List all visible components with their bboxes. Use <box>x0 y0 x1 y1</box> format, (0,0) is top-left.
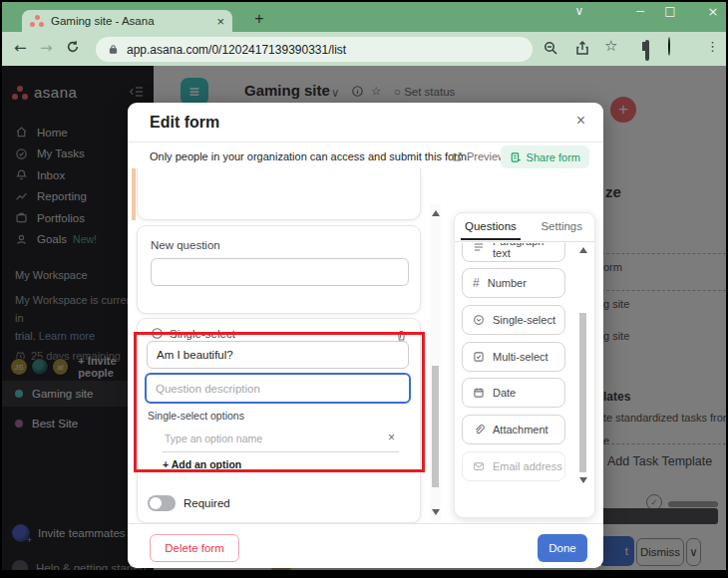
profile-avatar[interactable] <box>668 38 670 56</box>
field-type-single-select[interactable]: Single-select <box>462 305 565 335</box>
question-description-input[interactable] <box>145 373 411 404</box>
screenshot-frame: Gaming site - Asana × + ∨ − □ × ← → app.… <box>0 0 728 578</box>
number-icon: # <box>473 276 480 290</box>
question-list-scrollbar[interactable] <box>430 204 441 521</box>
option-row: Type an option name × <box>163 426 399 452</box>
side-panel-icon[interactable] <box>645 42 649 60</box>
new-question-input[interactable] <box>151 258 409 286</box>
maximize-icon[interactable]: □ <box>661 4 679 18</box>
scroll-down-icon[interactable] <box>432 509 440 515</box>
field-type-paragraph[interactable]: Paragraph text <box>462 243 565 262</box>
paragraph-icon <box>473 243 485 253</box>
options-label: Single-select options <box>148 410 244 422</box>
new-question-card: New question <box>137 225 421 314</box>
menu-icon[interactable]: ⋮ <box>706 39 719 54</box>
field-type-number[interactable]: # Number <box>462 268 565 298</box>
tab-questions[interactable]: Questions <box>465 220 517 232</box>
lock-icon <box>108 43 119 56</box>
form-title-card-bottom <box>137 168 421 220</box>
zoom-icon[interactable] <box>543 40 558 60</box>
done-button[interactable]: Done <box>538 534 587 562</box>
close-window-icon[interactable]: × <box>704 4 722 19</box>
share-form-button[interactable]: Share form <box>501 145 589 168</box>
field-type-date[interactable]: Date <box>462 378 565 408</box>
tab-title: Gaming site - Asana <box>51 15 210 27</box>
share-icon[interactable] <box>574 40 590 60</box>
modal-footer: Delete form Done <box>128 523 603 568</box>
required-label: Required <box>183 497 230 509</box>
new-question-label: New question <box>151 239 220 251</box>
attachment-icon <box>473 424 485 435</box>
asana-app: asana Home My Tasks Inbox <box>2 66 726 570</box>
tab-close-icon[interactable]: × <box>216 15 224 28</box>
modal-body: New question Single-select Single-select… <box>128 168 603 523</box>
panel-scrollbar[interactable] <box>577 243 588 489</box>
add-option-button[interactable]: + Add an option <box>163 458 241 470</box>
bookmark-star-icon[interactable]: ☆ <box>604 37 617 55</box>
form-banner-edge <box>132 168 136 220</box>
scrollbar-thumb[interactable] <box>432 366 439 487</box>
email-icon <box>473 460 485 472</box>
preview-button[interactable]: Preview <box>452 150 506 162</box>
field-type-attachment[interactable]: Attachment <box>462 415 565 444</box>
question-type-header: Single-select <box>151 327 235 340</box>
new-tab-icon[interactable]: + <box>249 10 269 28</box>
modal-title: Edit form <box>150 114 219 132</box>
field-types-panel: Questions Settings Paragraph text # Numb… <box>454 212 595 518</box>
browser-window: Gaming site - Asana × + ∨ − □ × ← → app.… <box>2 2 726 570</box>
reload-icon[interactable] <box>66 40 80 58</box>
scroll-down-icon[interactable] <box>579 477 587 483</box>
remove-option-icon[interactable]: × <box>388 431 395 444</box>
modal-info-row: Only people in your organization can acc… <box>128 143 603 168</box>
question-title-input[interactable] <box>147 341 409 369</box>
external-link-icon <box>452 151 463 162</box>
edit-form-modal: Edit form × Only people in your organiza… <box>128 103 603 568</box>
access-note: Only people in your organization can acc… <box>150 150 470 162</box>
required-toggle[interactable] <box>148 495 176 511</box>
minimize-icon[interactable]: − <box>631 4 649 18</box>
modal-close-icon[interactable]: × <box>576 112 585 130</box>
form-icon <box>510 151 522 163</box>
url-text: app.asana.com/0/1202417139390331/list <box>127 43 346 57</box>
tab-settings[interactable]: Settings <box>541 220 582 232</box>
address-bar[interactable]: app.asana.com/0/1202417139390331/list <box>96 37 533 62</box>
tab-strip: Gaming site - Asana × + ∨ − □ × <box>2 2 726 32</box>
back-icon[interactable]: ← <box>14 39 27 57</box>
field-type-email: Email address <box>462 451 565 481</box>
multi-select-icon <box>473 351 485 363</box>
delete-form-button[interactable]: Delete form <box>150 534 239 562</box>
single-select-icon <box>473 314 485 326</box>
browser-toolbar: ← → app.asana.com/0/1202417139390331/lis… <box>2 32 726 66</box>
scroll-up-icon[interactable] <box>432 210 440 216</box>
field-type-list: Paragraph text # Number Single-select <box>455 243 594 516</box>
modal-header: Edit form × <box>128 103 603 143</box>
chrome-chevron-icon[interactable]: ∨ <box>570 4 588 18</box>
date-icon <box>473 387 485 399</box>
field-type-multi-select[interactable]: Multi-select <box>462 342 565 372</box>
forward-icon[interactable]: → <box>40 39 53 57</box>
scroll-up-icon[interactable] <box>579 247 587 253</box>
asana-favicon <box>30 15 44 27</box>
panel-tabs: Questions Settings <box>455 213 594 242</box>
scrollbar-thumb[interactable] <box>579 313 586 472</box>
single-select-icon <box>151 327 164 340</box>
option-name-input[interactable]: Type an option name <box>165 433 262 444</box>
browser-tab[interactable]: Gaming site - Asana × <box>22 10 232 32</box>
